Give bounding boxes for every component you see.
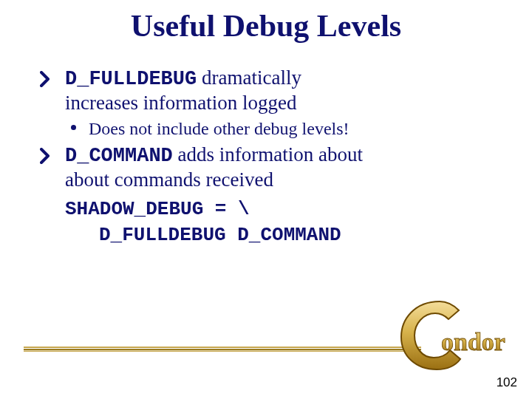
bullet-2-text-b: about commands received: [65, 168, 273, 191]
bullet-2-text-a: adds information about: [173, 143, 363, 166]
slide-body: D_FULLDEBUG dramatically increases infor…: [35, 66, 510, 248]
code-line-1: SHADOW_DEBUG = \: [65, 197, 510, 222]
logo-text: ondor: [441, 328, 505, 355]
slide-title: Useful Debug Levels: [0, 0, 532, 43]
bullet-1-sub: Does not include other debug levels!: [35, 118, 510, 139]
bullet-dot-icon: [71, 125, 76, 130]
bullet-1-text-b: increases information logged: [65, 92, 296, 114]
code-line-2: D_FULLDEBUG D_COMMAND: [65, 222, 510, 248]
bullet-2: D_COMMAND adds information about about c…: [35, 143, 510, 192]
chevron-right-icon: [40, 148, 50, 164]
bullet-2-code: D_COMMAND: [65, 145, 173, 167]
bullet-1-text-a: dramatically: [197, 66, 301, 89]
bullet-1-sub-text: Does not include other debug levels!: [89, 119, 349, 138]
condor-logo: ondor: [397, 293, 519, 374]
bullet-1-code: D_FULLDEBUG: [65, 68, 197, 90]
footer-rule: [24, 341, 421, 347]
code-block: SHADOW_DEBUG = \ D_FULLDEBUG D_COMMAND: [65, 197, 510, 248]
page-number: 102: [497, 375, 517, 390]
chevron-right-icon: [40, 71, 50, 87]
bullet-1: D_FULLDEBUG dramatically increases infor…: [35, 66, 510, 115]
